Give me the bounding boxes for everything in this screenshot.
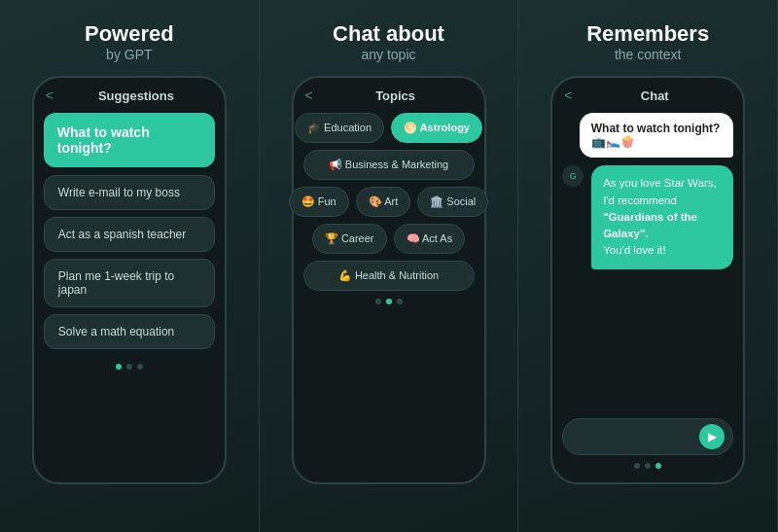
dot-1-active [116,364,122,370]
topic-fun[interactable]: 🤩 Fun [289,187,349,217]
pagination-dots-3 [562,463,733,469]
topic-business[interactable]: 📢 Business & Marketing [303,150,475,180]
dot-1-3 [137,364,143,370]
dot-2-1 [375,299,381,304]
phone-topics: < Topics 🎓 Education 🌕 Astrology 📢 Busin… [292,76,486,484]
send-icon: ▶ [708,430,717,443]
panel3-title: Remembers [586,21,709,47]
topic-art[interactable]: 🎨 Art [356,187,411,217]
chat-bot-bubble: As you love Star Wars, I'd recommend "Gu… [591,165,733,268]
phone-header-3: < Chat [562,88,733,103]
panel2-title: Chat about [333,21,444,47]
highlight-text: What to watch tonight? [57,124,201,156]
dot-3-1 [634,463,640,469]
suggestion-item-2[interactable]: Act as a spanish teacher [44,217,215,252]
chat-user-bubble: What to watch tonight? 📺🛌🍿 [580,113,733,158]
topics-row-5: 💪 Health & Nutrition [303,261,475,291]
dot-2-active [386,299,392,304]
user-message: What to watch tonight? 📺🛌🍿 [591,122,721,149]
topics-row-1: 🎓 Education 🌕 Astrology [303,113,475,143]
panel-remembers: Remembers the context < Chat What to wat… [518,0,778,532]
panel3-subtitle: the context [615,47,682,62]
topic-career[interactable]: 🏆 Career [312,224,387,254]
topic-astrology[interactable]: 🌕 Astrology [391,113,482,143]
panel-topics: Chat about any topic < Topics 🎓 Educatio… [260,0,519,532]
back-icon-2[interactable]: < [305,88,313,103]
gpt-avatar: G [562,165,584,187]
phone-chat: < Chat What to watch tonight? 📺🛌🍿 G As y… [550,76,745,484]
topics-grid: 🎓 Education 🌕 Astrology 📢 Business & Mar… [303,113,475,291]
back-icon-3[interactable]: < [564,88,572,103]
send-button[interactable]: ▶ [699,424,725,449]
phone-title-3: Chat [578,89,731,103]
dot-2-3 [397,299,403,304]
bot-msg-bold: "Guardians of the Galaxy". [603,211,697,239]
dot-1-2 [126,364,132,370]
phone-title-1: Suggestions [59,89,213,103]
suggestion-item-4[interactable]: Solve a math equation [44,314,215,349]
topics-row-3: 🤩 Fun 🎨 Art 🏛️ Social [303,187,475,217]
suggestion-item-1[interactable]: Write e-mail to my boss [44,175,215,210]
dot-3-active [655,463,661,469]
chat-input-area: ▶ [562,418,733,455]
dot-3-2 [645,463,651,469]
chat-area: What to watch tonight? 📺🛌🍿 G As you love… [562,113,733,412]
phone-header-2: < Topics [303,88,475,103]
phone-suggestions: < Suggestions What to watch tonight? Wri… [32,76,227,484]
bot-msg-pre: As you love Star Wars, I'd recommend [603,177,717,205]
suggestion-item-3[interactable]: Plan me 1-week trip to japan [44,259,215,307]
topic-actas[interactable]: 🧠 Act As [394,224,466,254]
phone-title-2: Topics [319,89,473,103]
topics-row-2: 📢 Business & Marketing [303,150,475,180]
panel-powered: Powered by GPT < Suggestions What to wat… [0,0,260,532]
topic-health[interactable]: 💪 Health & Nutrition [303,261,475,291]
bot-msg-post: You'd love it! [603,244,665,256]
topics-row-4: 🏆 Career 🧠 Act As [303,224,475,254]
topic-education[interactable]: 🎓 Education [295,113,384,143]
highlight-suggestion[interactable]: What to watch tonight? [44,113,215,167]
phone-header-1: < Suggestions [44,88,215,103]
back-icon-1[interactable]: < [46,88,53,103]
pagination-dots-1 [44,364,215,370]
panel2-subtitle: any topic [361,47,415,62]
panel1-title: Powered [85,21,174,47]
pagination-dots-2 [303,299,475,304]
topic-social[interactable]: 🏛️ Social [417,187,488,217]
panel1-subtitle: by GPT [106,47,152,62]
